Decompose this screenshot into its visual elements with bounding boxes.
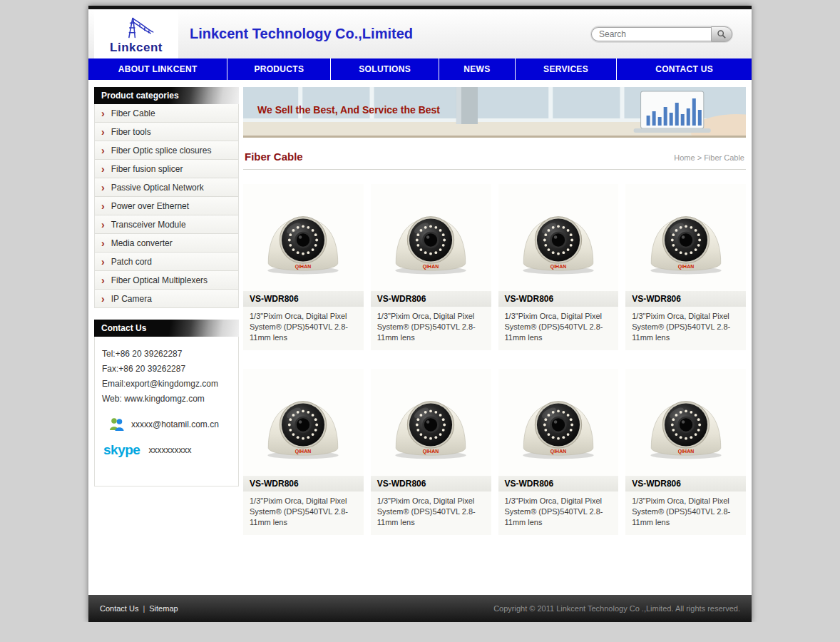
search-box [590, 26, 733, 43]
product-image-link[interactable] [498, 184, 619, 291]
category-label: Fiber tools [111, 127, 151, 137]
product-card: VS-WDR806 1/3"Pixim Orca, Digital Pixel … [625, 184, 746, 350]
arrow-icon: › [101, 127, 105, 137]
product-name-link[interactable]: VS-WDR806 [498, 476, 619, 491]
category-label: Media converter [111, 238, 173, 248]
arrow-icon: › [101, 146, 105, 156]
sidebar-item-fiber-tools[interactable]: ›Fiber tools [95, 123, 238, 141]
footer-contact-link[interactable]: Contact Us [100, 604, 138, 613]
footer-sitemap-link[interactable]: Sitemap [149, 604, 178, 613]
dome-camera-image [642, 199, 729, 276]
product-name-link[interactable]: VS-WDR806 [243, 291, 364, 307]
contact-box: Tel:+86 20 39262287 Fax:+86 20 39262287 … [94, 337, 239, 486]
content-area: Product categories ›Fiber Cable ›Fiber t… [88, 80, 752, 595]
sidebar-item-passive-optical-network[interactable]: ›Passive Optical Network [95, 178, 238, 197]
product-card: VS-WDR806 1/3"Pixim Orca, Digital Pixel … [625, 369, 746, 535]
product-image-link[interactable] [243, 184, 364, 291]
nav-item-services[interactable]: SERVICES [516, 58, 617, 80]
main-content: We Sell the Best, And Service the Best F… [243, 87, 746, 535]
footer-links: Contact Us|Sitemap [100, 604, 178, 613]
category-label: Transceiver Module [111, 220, 186, 230]
sidebar-item-transceiver-module[interactable]: ›Transceiver Module [95, 215, 238, 234]
product-card: VS-WDR806 1/3"Pixim Orca, Digital Pixel … [243, 184, 364, 350]
nav-item-news[interactable]: NEWS [439, 58, 516, 80]
search-button[interactable] [711, 26, 732, 42]
arrow-icon: › [101, 183, 105, 193]
nav-item-about-linkcent[interactable]: ABOUT LINKCENT [88, 58, 227, 80]
search-input[interactable] [591, 27, 711, 41]
product-description: 1/3"Pixim Orca, Digital Pixel System® (D… [243, 491, 364, 528]
skype-logo: skype [103, 443, 140, 457]
arrow-icon: › [101, 164, 105, 174]
msn-row: xxxxx@hotamil.com.cn [108, 416, 231, 433]
product-card: VS-WDR806 1/3"Pixim Orca, Digital Pixel … [498, 369, 619, 535]
sidebar-item-media-converter[interactable]: ›Media converter [95, 234, 238, 253]
sidebar-item-patch-cord[interactable]: ›Patch cord [95, 253, 238, 271]
product-image-link[interactable] [498, 369, 619, 476]
bridge-logo-icon [117, 14, 155, 41]
fax-line: Fax:+86 20 39262287 [102, 362, 231, 377]
main-nav: ABOUT LINKCENT PRODUCTS SOLUTIONS NEWS S… [88, 58, 752, 80]
search-icon [717, 29, 727, 39]
dome-camera-image [515, 199, 602, 276]
msn-address: xxxxx@hotamil.com.cn [131, 419, 219, 429]
breadcrumb[interactable]: Home > Fiber Cable [674, 153, 744, 162]
product-name-link[interactable]: VS-WDR806 [371, 291, 491, 307]
category-label: IP Camera [111, 294, 152, 304]
skype-row: skype xxxxxxxxxx [103, 443, 231, 457]
sidebar-item-fiber-fusion-splicer[interactable]: ›Fiber fusion splicer [95, 160, 238, 178]
product-image-link[interactable] [243, 369, 364, 476]
dome-camera-image [515, 384, 602, 461]
banner-slogan: We Sell the Best, And Service the Best [257, 104, 440, 116]
arrow-icon: › [101, 220, 105, 230]
product-description: 1/3"Pixim Orca, Digital Pixel System® (D… [625, 491, 746, 528]
title-row: Fiber Cable Home > Fiber Cable [243, 145, 746, 170]
product-name-link[interactable]: VS-WDR806 [625, 476, 746, 491]
product-name-link[interactable]: VS-WDR806 [243, 476, 364, 491]
arrow-icon: › [101, 238, 105, 248]
nav-item-solutions[interactable]: SOLUTIONS [331, 58, 439, 80]
product-name-link[interactable]: VS-WDR806 [498, 291, 619, 307]
category-label: Power over Ethernet [111, 201, 189, 211]
category-label: Fiber Cable [111, 108, 155, 118]
product-image-link[interactable] [625, 184, 746, 291]
company-title: Linkcent Technology Co.,Limited [190, 26, 413, 42]
logo-text: Linkcent [110, 41, 163, 54]
dome-camera-image [642, 384, 729, 461]
web-line: Web: www.kingdomgz.com [102, 392, 231, 407]
header: Linkcent Linkcent Technology Co.,Limited [88, 9, 752, 58]
sidebar-item-fiber-optical-multiplexers[interactable]: ›Fiber Optical Multiplexers [95, 271, 238, 290]
product-card: VS-WDR806 1/3"Pixim Orca, Digital Pixel … [243, 369, 364, 535]
copyright: Copyright © 2011 Linkcent Technology Co … [493, 604, 740, 613]
product-description: 1/3"Pixim Orca, Digital Pixel System® (D… [243, 307, 364, 343]
arrow-icon: › [101, 275, 105, 285]
category-label: Patch cord [111, 257, 152, 267]
product-image-link[interactable] [371, 184, 491, 291]
logo[interactable]: Linkcent [94, 9, 178, 58]
sidebar-item-fiber-optic-splice-closures[interactable]: ›Fiber Optic splice closures [95, 141, 238, 160]
nav-item-contact-us[interactable]: CONTACT US [617, 58, 752, 80]
nav-item-products[interactable]: PRODUCTS [227, 58, 331, 80]
dome-camera-image [387, 384, 474, 461]
sidebar-item-fiber-cable[interactable]: ›Fiber Cable [95, 104, 238, 123]
product-name-link[interactable]: VS-WDR806 [371, 476, 491, 491]
product-grid: VS-WDR806 1/3"Pixim Orca, Digital Pixel … [243, 184, 746, 535]
product-description: 1/3"Pixim Orca, Digital Pixel System® (D… [371, 491, 491, 528]
footer-separator: | [143, 604, 145, 613]
arrow-icon: › [101, 201, 105, 211]
product-image-link[interactable] [371, 369, 491, 476]
page-title: Fiber Cable [245, 151, 303, 163]
dome-camera-image [260, 199, 347, 276]
msn-icon [108, 416, 125, 433]
product-image-link[interactable] [625, 369, 746, 476]
sidebar-item-power-over-ethernet[interactable]: ›Power over Ethernet [95, 197, 238, 215]
product-categories-header: Product categories [94, 87, 239, 104]
sidebar-item-ip-camera[interactable]: ›IP Camera [95, 290, 238, 308]
arrow-icon: › [101, 294, 105, 304]
product-description: 1/3"Pixim Orca, Digital Pixel System® (D… [625, 307, 746, 343]
category-label: Fiber fusion splicer [111, 164, 183, 174]
product-card: VS-WDR806 1/3"Pixim Orca, Digital Pixel … [371, 369, 491, 535]
product-name-link[interactable]: VS-WDR806 [625, 291, 746, 307]
email-line: Email:export@kingdomgz.com [102, 377, 231, 392]
skype-id: xxxxxxxxxx [148, 445, 191, 455]
